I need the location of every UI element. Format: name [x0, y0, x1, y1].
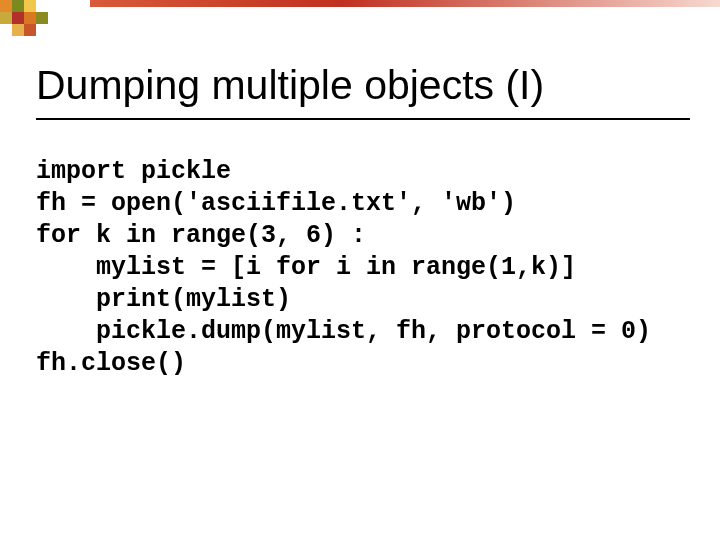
decor-pixel [12, 12, 24, 24]
title-underline [36, 118, 690, 120]
slide-decoration [0, 0, 720, 42]
decor-pixel [12, 24, 24, 36]
accent-bar [90, 0, 720, 7]
code-block: import pickle fh = open('asciifile.txt',… [36, 156, 690, 380]
decor-pixel [12, 0, 24, 12]
decor-pixel [24, 12, 36, 24]
decor-pixel [24, 24, 36, 36]
slide-title: Dumping multiple objects (I) [36, 62, 684, 109]
decor-pixel [36, 12, 48, 24]
decor-pixel [0, 0, 12, 12]
decor-pixel [0, 12, 12, 24]
decor-pixel [24, 0, 36, 12]
slide: Dumping multiple objects (I) import pick… [0, 0, 720, 540]
